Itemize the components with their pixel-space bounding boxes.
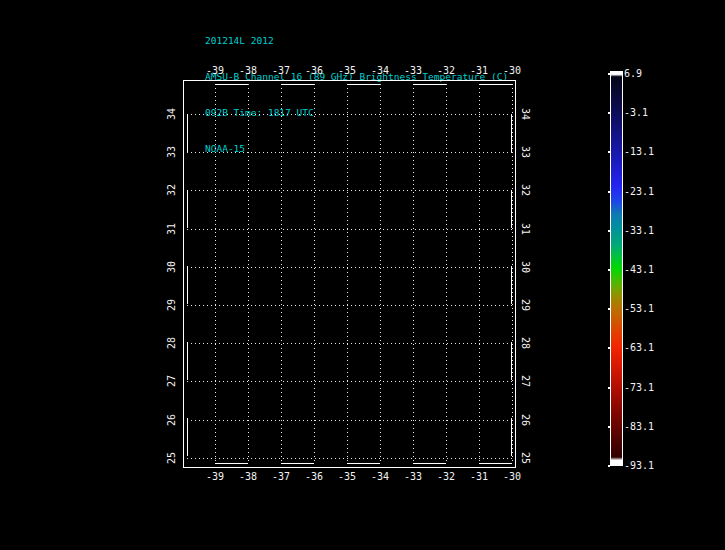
colorbar-tick-label: 6.9	[624, 68, 642, 80]
map-frame	[183, 80, 516, 468]
x-axis-label-bottom: -31	[464, 471, 494, 482]
colorbar	[610, 71, 623, 466]
colorbar-tick-dot	[608, 269, 610, 271]
x-axis-label-top: -32	[431, 65, 461, 76]
colorbar-tick-dot	[608, 112, 610, 114]
colorbar-tick-label: -93.1	[624, 460, 654, 472]
x-axis-label-top: -36	[299, 65, 329, 76]
colorbar-tick-dot	[608, 151, 610, 153]
colorbar-tick-label: -73.1	[624, 382, 654, 394]
grid-vline	[413, 84, 414, 464]
y-axis-label-right: 32	[519, 178, 531, 202]
colorbar-tick-dot	[608, 426, 610, 428]
x-axis-label-bottom: -37	[266, 471, 296, 482]
y-axis-label-right: 26	[519, 408, 531, 432]
grid-hline	[187, 229, 512, 230]
grid-hline	[187, 381, 512, 382]
colorbar-tick-label: -3.1	[624, 107, 648, 119]
x-axis-label-bottom: -32	[431, 471, 461, 482]
map-inner-border-bottom	[187, 463, 512, 464]
grid-vline	[479, 84, 480, 464]
x-axis-label-bottom: -38	[233, 471, 263, 482]
grid-vline	[215, 84, 216, 464]
colorbar-tick-label: -43.1	[624, 264, 654, 276]
x-axis-label-top: -39	[200, 65, 230, 76]
colorbar-tick-label: -13.1	[624, 146, 654, 158]
colorbar-tick-dot	[608, 308, 610, 310]
x-axis-label-bottom: -36	[299, 471, 329, 482]
colorbar-tick-dot	[608, 191, 610, 193]
y-axis-label-right: 33	[519, 140, 531, 164]
y-axis-label-left: 26	[166, 408, 178, 432]
colorbar-tick-label: -63.1	[624, 342, 654, 354]
y-axis-label-right: 30	[519, 255, 531, 279]
y-axis-label-left: 27	[166, 369, 178, 393]
y-axis-label-left: 32	[166, 178, 178, 202]
map-inner-border-left	[187, 84, 188, 464]
x-axis-label-top: -31	[464, 65, 494, 76]
colorbar-tick-dot	[608, 387, 610, 389]
grid-vline	[347, 84, 348, 464]
x-axis-label-top: -34	[365, 65, 395, 76]
colorbar-tick-dot	[608, 347, 610, 349]
colorbar-tick-label: -83.1	[624, 421, 654, 433]
colorbar-tick-label: -53.1	[624, 303, 654, 315]
x-axis-label-bottom: -39	[200, 471, 230, 482]
grid-hline	[187, 458, 512, 459]
x-axis-label-bottom: -35	[332, 471, 362, 482]
x-axis-label-top: -37	[266, 65, 296, 76]
grid-hline	[187, 152, 512, 153]
colorbar-tick-dot	[608, 230, 610, 232]
colorbar-tick-label: -23.1	[624, 186, 654, 198]
grid-hline	[187, 420, 512, 421]
colorbar-tick-dot	[608, 73, 610, 75]
grid-vline	[380, 84, 381, 464]
x-axis-label-bottom: -30	[497, 471, 527, 482]
grid-vline	[314, 84, 315, 464]
y-axis-label-right: 29	[519, 293, 531, 317]
y-axis-label-left: 34	[166, 102, 178, 126]
y-axis-label-right: 25	[519, 446, 531, 470]
grid-vline	[446, 84, 447, 464]
x-axis-label-top: -38	[233, 65, 263, 76]
header-storm-id: 201214L 2012	[205, 35, 508, 47]
y-axis-label-left: 30	[166, 255, 178, 279]
x-axis-label-top: -33	[398, 65, 428, 76]
x-axis-label-top: -35	[332, 65, 362, 76]
y-axis-label-left: 33	[166, 140, 178, 164]
x-axis-label-bottom: -34	[365, 471, 395, 482]
colorbar-tick-label: -33.1	[624, 225, 654, 237]
y-axis-label-left: 29	[166, 293, 178, 317]
plot-canvas: 201214L 2012 AMSU-B Channel 16 (89 GHz) …	[0, 0, 725, 550]
grid-hline	[187, 343, 512, 344]
y-axis-label-right: 27	[519, 369, 531, 393]
grid-vline	[281, 84, 282, 464]
y-axis-label-left: 25	[166, 446, 178, 470]
grid-hline	[187, 190, 512, 191]
grid-hline	[187, 305, 512, 306]
y-axis-label-left: 28	[166, 331, 178, 355]
grid-vline	[512, 84, 513, 464]
grid-vline	[248, 84, 249, 464]
y-axis-label-left: 31	[166, 217, 178, 241]
x-axis-label-top: -30	[497, 65, 527, 76]
colorbar-tick-dot	[608, 465, 610, 467]
y-axis-label-right: 31	[519, 217, 531, 241]
grid-hline	[187, 267, 512, 268]
map-inner-border-top	[187, 84, 512, 85]
y-axis-label-right: 28	[519, 331, 531, 355]
y-axis-label-right: 34	[519, 102, 531, 126]
x-axis-label-bottom: -33	[398, 471, 428, 482]
grid-hline	[187, 114, 512, 115]
